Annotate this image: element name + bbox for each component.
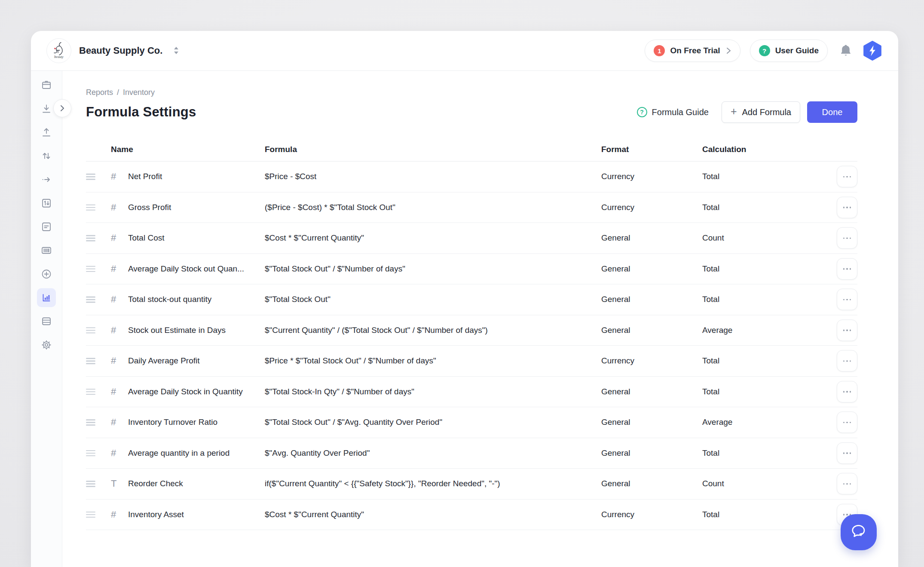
format-option[interactable]: Currency (601, 510, 702, 519)
formula-expression: $"Total Stock Out" (265, 295, 601, 304)
drag-handle[interactable] (86, 235, 95, 241)
format-option[interactable]: General (601, 387, 702, 396)
calculation-option[interactable]: Total (702, 387, 835, 396)
formula-expression: $Cost * $"Current Quantity" (265, 510, 601, 519)
format-option[interactable]: General (601, 326, 702, 335)
formula-expression: $"Avg. Quantity Over Period" (265, 448, 601, 458)
format-option[interactable]: General (601, 295, 702, 304)
format-option[interactable]: General (601, 264, 702, 274)
row-menu-button[interactable] (837, 381, 857, 402)
row-menu-button[interactable] (837, 412, 857, 433)
drag-handle[interactable] (86, 204, 95, 211)
sidebar-item-settings[interactable] (37, 335, 56, 354)
format-option[interactable]: General (601, 233, 702, 243)
company-switcher[interactable] (173, 46, 180, 55)
drag-handle[interactable] (86, 419, 95, 426)
row-menu-button[interactable] (837, 258, 857, 280)
sidebar-item-adjust[interactable] (37, 146, 56, 165)
calculation-option: Count (702, 479, 835, 488)
table-row: # Stock out Estimate in Days $"Current Q… (86, 315, 857, 346)
sidebar-item-stock-out[interactable] (37, 123, 56, 142)
sidebar-item-sequence[interactable] (37, 194, 56, 213)
notifications-button[interactable] (839, 43, 853, 58)
add-formula-button[interactable]: + Add Formula (722, 101, 800, 123)
drag-handle[interactable] (86, 327, 95, 334)
formula-expression: $"Current Quantity" / ($"Total Stock Out… (265, 326, 601, 335)
page-title: Formula Settings (86, 104, 196, 120)
stack-icon (40, 315, 52, 327)
calculation-option[interactable]: Average (702, 326, 835, 335)
calculation-option[interactable]: Total (702, 356, 835, 366)
user-guide-pill[interactable]: ? User Guide (750, 40, 828, 62)
app-window: beauty Beauty Supply Co. 1 On Free Trial… (31, 31, 898, 567)
calculation-option[interactable]: Count (702, 233, 835, 243)
breadcrumb-inventory[interactable]: Inventory (123, 88, 155, 97)
format-option[interactable]: General (601, 418, 702, 427)
table-row: # Daily Average Profit $Price * $"Total … (86, 346, 857, 377)
calculation-option[interactable]: Average (702, 418, 835, 427)
row-menu-button[interactable] (837, 197, 857, 218)
formula-guide-link[interactable]: ? Formula Guide (637, 107, 709, 117)
formula-name: Gross Profit (128, 203, 265, 212)
sidebar-item-items[interactable] (37, 76, 56, 94)
drag-handle[interactable] (86, 266, 95, 272)
calculation-option[interactable]: Total (702, 172, 835, 181)
calculation-option[interactable]: Total (702, 295, 835, 304)
formula-table: Name Formula Format Calculation # Net Pr… (86, 137, 857, 530)
calculation-option[interactable]: Total (702, 264, 835, 274)
calculation-option[interactable]: Total (702, 510, 835, 519)
add-circle-icon (40, 268, 52, 280)
free-trial-pill[interactable]: 1 On Free Trial (645, 40, 740, 62)
drag-handle[interactable] (86, 481, 95, 487)
row-menu-button[interactable] (837, 473, 857, 494)
format-option[interactable]: Currency (601, 172, 702, 181)
formula-expression: ($Price - $Cost) * $"Total Stock Out" (265, 203, 601, 212)
formula-name: Average Daily Stock in Quantity (128, 387, 265, 396)
drag-handle[interactable] (86, 174, 95, 180)
format-option[interactable]: Currency (601, 203, 702, 212)
table-row: # Net Profit $Price - $Cost Currency Tot… (86, 162, 857, 192)
sidebar-item-data[interactable] (37, 312, 56, 331)
download-icon (40, 103, 52, 115)
chevron-right-icon (725, 47, 731, 55)
row-menu-button[interactable] (837, 227, 857, 249)
barcode-icon (40, 244, 52, 256)
bar-chart-icon (40, 292, 52, 304)
sidebar-expand-button[interactable] (53, 99, 71, 117)
sidebar-item-move[interactable] (37, 170, 56, 189)
chat-bubble-icon (849, 523, 869, 542)
breadcrumb-reports[interactable]: Reports (86, 88, 113, 97)
row-menu-button[interactable] (837, 289, 857, 310)
row-menu-button[interactable] (837, 442, 857, 464)
calculation-option[interactable]: Total (702, 203, 835, 212)
sidebar-item-reports[interactable] (37, 288, 56, 307)
row-menu-button[interactable] (837, 166, 857, 187)
sidebar-item-barcode[interactable] (37, 241, 56, 260)
sidebar-item-add[interactable] (37, 265, 56, 284)
number-type-icon: # (111, 202, 128, 213)
chat-fab-button[interactable] (841, 514, 877, 550)
drag-handle[interactable] (86, 296, 95, 303)
format-option[interactable]: Currency (601, 356, 702, 366)
formula-name: Total Cost (128, 233, 265, 243)
drag-handle[interactable] (86, 358, 95, 364)
box-icon (40, 79, 52, 91)
drag-handle[interactable] (86, 512, 95, 518)
drag-handle[interactable] (86, 389, 95, 395)
row-menu-button[interactable] (837, 320, 857, 341)
done-button[interactable]: Done (807, 101, 857, 123)
format-option[interactable]: General (601, 448, 702, 458)
column-header-format: Format (601, 145, 702, 154)
number-type-icon: # (111, 325, 128, 336)
hexagon-bolt-icon (862, 40, 883, 61)
drag-handle[interactable] (86, 450, 95, 457)
formula-expression: $Price - $Cost (265, 172, 601, 181)
calculation-option[interactable]: Total (702, 448, 835, 458)
sidebar-item-notes[interactable] (37, 217, 56, 236)
app-logo-button[interactable] (862, 40, 883, 61)
breadcrumb-separator: / (117, 88, 119, 97)
gear-icon (40, 339, 52, 351)
sort-caret-icon (173, 46, 180, 55)
row-menu-button[interactable] (837, 350, 857, 372)
ordered-quantity-icon (40, 197, 52, 209)
